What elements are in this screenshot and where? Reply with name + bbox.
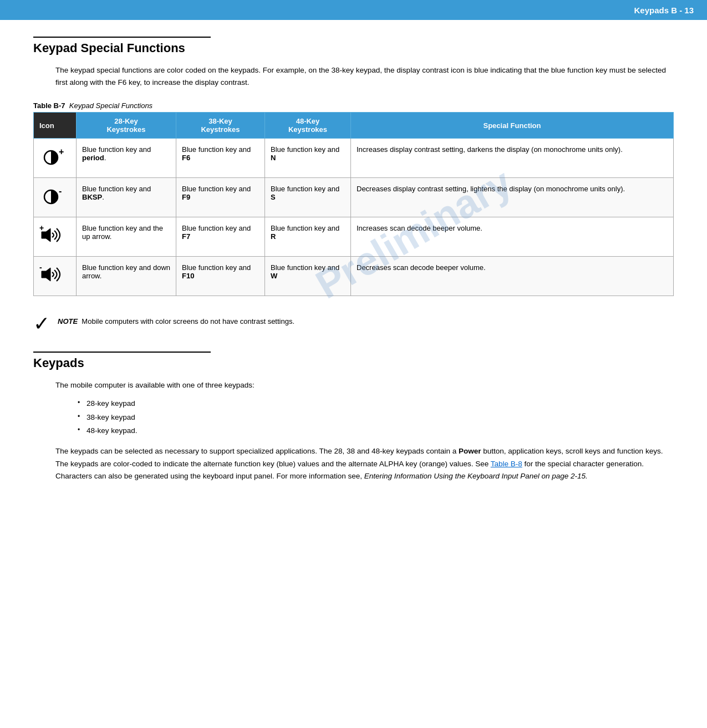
section2-body: The keypads can be selected as necessary… — [55, 445, 674, 482]
table-name: Keypad Special Functions — [69, 101, 152, 110]
note-box: ✓ NOTE Mobile computers with color scree… — [33, 314, 674, 334]
reference-link: Entering Information Using the Keyboard … — [364, 472, 588, 480]
table-row: - Blue function key and down arrow. Blue… — [34, 257, 674, 296]
checkmark-icon: ✓ — [33, 314, 50, 334]
contrast-up-icon: + — [41, 145, 69, 167]
row2-special: Decreases display contrast setting, ligh… — [351, 178, 674, 217]
row1-col28: Blue function key and period. — [77, 139, 176, 178]
note-text: Mobile computers with color screens do n… — [82, 317, 294, 325]
table-row: - Blue function key and BKSP. Blue funct… — [34, 178, 674, 217]
row1-col38: Blue function key and F6 — [176, 139, 265, 178]
row4-col38: Blue function key and F10 — [176, 257, 265, 296]
section1-title: Keypad Special Functions — [33, 41, 674, 55]
table-b8-link[interactable]: Table B-8 — [491, 460, 522, 468]
row2-col38: Blue function key and F9 — [176, 178, 265, 217]
contrast-down-icon: - — [41, 185, 69, 207]
row4-col28: Blue function key and down arrow. — [77, 257, 176, 296]
icon-vol-up-cell: + — [34, 217, 77, 257]
svg-marker-6 — [42, 268, 50, 281]
list-item: 28-key keypad — [78, 397, 674, 410]
row4-col48: Blue function key and W — [265, 257, 351, 296]
list-item: 48-key keypad. — [78, 424, 674, 437]
keypad-functions-table: Icon 28-KeyKeystrokes 38-KeyKeystrokes 4… — [33, 112, 674, 296]
col-icon-header: Icon — [34, 113, 77, 139]
list-item: 38-key keypad — [78, 411, 674, 424]
note-label: NOTE — [58, 317, 78, 325]
table-row: + Blue function key and the up arrow. Bl… — [34, 217, 674, 257]
svg-text:-: - — [39, 263, 42, 272]
svg-text:+: + — [39, 224, 44, 232]
icon-contrast-up-cell: + — [34, 139, 77, 178]
row3-col38: Blue function key and F7 — [176, 217, 265, 257]
table-caption: Table B-7 Keypad Special Functions — [33, 101, 674, 110]
svg-text:+: + — [59, 147, 64, 156]
table-row: + Blue function key and period. Blue fun… — [34, 139, 674, 178]
row1-special: Increases display contrast setting, dark… — [351, 139, 674, 178]
col-28-header: 28-KeyKeystrokes — [77, 113, 176, 139]
icon-vol-down-cell: - — [34, 257, 77, 296]
svg-text:-: - — [59, 186, 62, 196]
row4-special: Decreases scan decode beeper volume. — [351, 257, 674, 296]
section2: Keypads The mobile computer is available… — [33, 352, 674, 482]
page-title: Keypads B - 13 — [634, 6, 694, 15]
keypad-bullets: 28-key keypad 38-key keypad 48-key keypa… — [78, 397, 674, 437]
section1-divider — [33, 37, 211, 38]
col-48-header: 48-KeyKeystrokes — [265, 113, 351, 139]
col-special-header: Special Function — [351, 113, 674, 139]
col-38-header: 38-KeyKeystrokes — [176, 113, 265, 139]
vol-up-icon: + — [39, 224, 70, 246]
row3-col48: Blue function key and R — [265, 217, 351, 257]
section2-divider — [33, 352, 211, 353]
section1-intro: The keypad special functions are color c… — [55, 64, 674, 88]
note-content: NOTE Mobile computers with color screens… — [58, 314, 294, 327]
main-content: Keypad Special Functions The keypad spec… — [0, 20, 707, 499]
row3-col28: Blue function key and the up arrow. — [77, 217, 176, 257]
vol-down-icon: - — [39, 263, 70, 286]
section2-intro: The mobile computer is available with on… — [55, 379, 674, 391]
row3-special: Increases scan decode beeper volume. — [351, 217, 674, 257]
table-label: Table B-7 — [33, 101, 65, 110]
section2-title: Keypads — [33, 356, 674, 370]
row2-col48: Blue function key and S — [265, 178, 351, 217]
row1-col48: Blue function key and N — [265, 139, 351, 178]
icon-contrast-down-cell: - — [34, 178, 77, 217]
row2-col28: Blue function key and BKSP. — [77, 178, 176, 217]
page-header: Keypads B - 13 — [0, 0, 707, 20]
